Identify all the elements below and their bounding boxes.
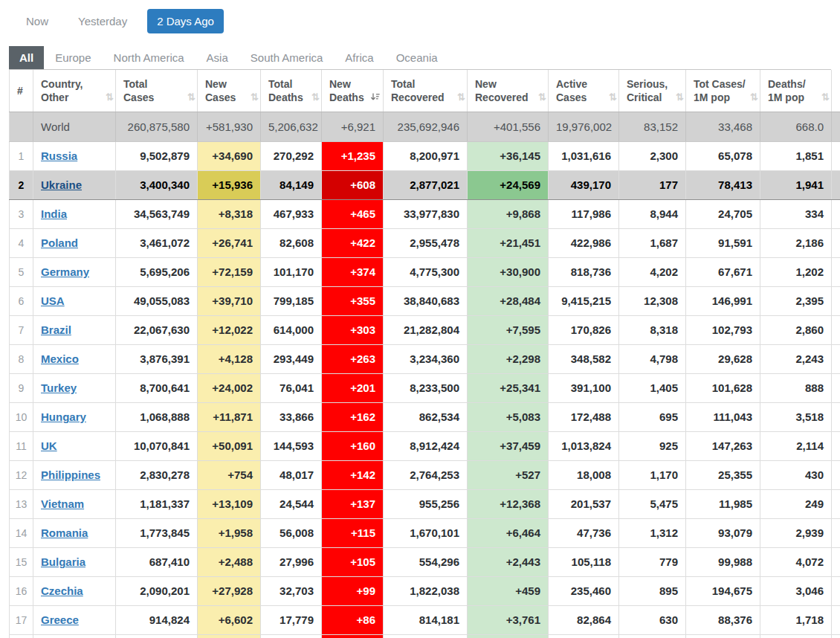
cell-total-recovered: 1,822,038 bbox=[384, 576, 468, 605]
column-header-total-deaths[interactable]: TotalDeaths⇅ bbox=[261, 70, 322, 112]
cell-new-deaths: +374 bbox=[322, 257, 384, 286]
column-header-deaths-1m[interactable]: Deaths/1M pop⇅ bbox=[760, 70, 832, 112]
cell-active-cases: 82,864 bbox=[549, 605, 619, 634]
cell-total-recovered: 38,840,683 bbox=[384, 286, 468, 315]
country-link-turkey[interactable]: Turkey bbox=[41, 381, 77, 394]
table-row-turkey: 9Turkey8,700,641+24,00276,041+2018,233,5… bbox=[10, 373, 840, 402]
country-link-usa[interactable]: USA bbox=[41, 294, 65, 307]
cell-new-deaths: +115 bbox=[322, 518, 384, 547]
cell-new-recovered: +21,451 bbox=[468, 228, 549, 257]
cell-serious-critical: 8,318 bbox=[619, 315, 686, 344]
column-header-new-recovered[interactable]: NewRecovered⇅ bbox=[468, 70, 549, 112]
cell-serious-critical: 1,312 bbox=[619, 518, 686, 547]
country-link-bulgaria[interactable]: Bulgaria bbox=[41, 555, 85, 568]
cell-total-deaths bbox=[261, 634, 322, 638]
country-link-germany[interactable]: Germany bbox=[41, 265, 89, 278]
cell-serious-critical: 12,308 bbox=[619, 286, 686, 315]
column-header-new-cases[interactable]: NewCases⇅ bbox=[198, 70, 261, 112]
country-link-mexico[interactable]: Mexico bbox=[41, 352, 79, 365]
country-link-vietnam[interactable]: Vietnam bbox=[41, 497, 84, 510]
cell-extra bbox=[832, 489, 840, 518]
country-link-romania[interactable]: Romania bbox=[41, 526, 88, 539]
country-link-philippines[interactable]: Philippines bbox=[41, 468, 100, 481]
cell-total-deaths: 48,017 bbox=[261, 460, 322, 489]
cell-total-cases: 1,068,888 bbox=[116, 402, 198, 431]
cell-new-recovered: +459 bbox=[468, 576, 549, 605]
column-header-new-deaths[interactable]: NewDeaths bbox=[322, 70, 384, 112]
cell-tot-cases-1m: 101,628 bbox=[686, 373, 760, 402]
continent-tab-asia[interactable]: Asia bbox=[196, 46, 239, 69]
cell-tot-cases-1m bbox=[686, 634, 760, 638]
cell-serious-critical: 925 bbox=[619, 431, 686, 460]
time-tab-yesterday[interactable]: Yesterday bbox=[68, 9, 137, 33]
cell-extra bbox=[832, 460, 840, 489]
cell-extra bbox=[832, 373, 840, 402]
cell-new-deaths: +105 bbox=[322, 547, 384, 576]
country-link-brazil[interactable]: Brazil bbox=[41, 323, 71, 336]
country-link-india[interactable]: India bbox=[41, 207, 67, 220]
time-tab-now[interactable]: Now bbox=[16, 9, 58, 33]
cell-total-deaths: 270,292 bbox=[261, 141, 322, 170]
cell-total-deaths: 144,593 bbox=[261, 431, 322, 460]
continent-tab-all[interactable]: All bbox=[9, 46, 44, 69]
cell-total-deaths: 27,996 bbox=[261, 547, 322, 576]
sort-toggle-icon: ⇅ bbox=[251, 91, 257, 103]
cell-tot-cases-1m: 99,988 bbox=[686, 547, 760, 576]
cell-deaths-1m: 1,718 bbox=[760, 605, 832, 634]
country-link-ukraine[interactable]: Ukraine bbox=[41, 178, 82, 191]
cell-serious-critical: 5,475 bbox=[619, 489, 686, 518]
column-header-country[interactable]: Country,Other⇅ bbox=[33, 70, 116, 112]
cell-rank: 4 bbox=[10, 228, 33, 257]
continent-tab-europe[interactable]: Europe bbox=[44, 46, 102, 69]
cell-total-recovered: 21,282,804 bbox=[384, 315, 468, 344]
country-link-hungary[interactable]: Hungary bbox=[41, 410, 86, 423]
cell-total-deaths: 56,008 bbox=[261, 518, 322, 547]
table-row-romania: 14Romania1,773,845+1,95856,008+1151,670,… bbox=[10, 518, 840, 547]
cell-total-cases bbox=[116, 634, 198, 638]
cell-total-deaths: 467,933 bbox=[261, 199, 322, 228]
country-link-russia[interactable]: Russia bbox=[41, 149, 77, 162]
cell-new-cases: +754 bbox=[198, 460, 261, 489]
time-tabs: NowYesterday2 Days Ago bbox=[0, 0, 840, 39]
cell-total-deaths: 33,866 bbox=[261, 402, 322, 431]
country-link-czechia[interactable]: Czechia bbox=[41, 584, 83, 597]
cell-deaths-1m: 2,243 bbox=[760, 344, 832, 373]
column-header-extra bbox=[832, 70, 840, 112]
table-body: World260,875,580+581,9305,206,632+6,9212… bbox=[10, 112, 840, 638]
country-link-poland[interactable]: Poland bbox=[41, 236, 78, 249]
cell-rank: 2 bbox=[10, 170, 33, 199]
column-label: # bbox=[17, 84, 19, 97]
time-tab-2-days-ago[interactable]: 2 Days Ago bbox=[147, 9, 224, 33]
continent-tabs: AllEuropeNorth AmericaAsiaSouth AmericaA… bbox=[9, 46, 831, 70]
column-header-serious-critical[interactable]: Serious,Critical⇅ bbox=[619, 70, 686, 112]
column-header-total-recovered[interactable]: TotalRecovered⇅ bbox=[384, 70, 468, 112]
column-header-total-cases[interactable]: TotalCases⇅ bbox=[116, 70, 198, 112]
cell-total-cases: 3,876,391 bbox=[116, 344, 198, 373]
country-link-greece[interactable]: Greece bbox=[41, 613, 79, 626]
cell-new-recovered: +5,083 bbox=[468, 402, 549, 431]
continent-tab-africa[interactable]: Africa bbox=[334, 46, 384, 69]
sort-toggle-icon: ⇅ bbox=[311, 91, 318, 103]
cell-rank: 12 bbox=[10, 460, 33, 489]
cell-extra bbox=[832, 634, 840, 638]
continent-tab-south-america[interactable]: South America bbox=[239, 46, 335, 69]
country-link-uk[interactable]: UK bbox=[41, 439, 57, 452]
cell-total-cases: 5,695,206 bbox=[116, 257, 198, 286]
cell-extra bbox=[832, 199, 840, 228]
cell-rank: 13 bbox=[10, 489, 33, 518]
table-row-mexico: 8Mexico3,876,391+4,128293,449+2633,234,3… bbox=[10, 344, 840, 373]
cell-tot-cases-1m: 24,705 bbox=[686, 199, 760, 228]
cell-country: Poland bbox=[33, 228, 116, 257]
cell-total-cases: 1,181,337 bbox=[116, 489, 198, 518]
column-label: TotalCases bbox=[123, 77, 184, 104]
continent-tab-oceania[interactable]: Oceania bbox=[385, 46, 449, 69]
cell-extra bbox=[832, 315, 840, 344]
column-header-tot-cases-1m[interactable]: Tot Cases/1M pop⇅ bbox=[686, 70, 760, 112]
cell-new-recovered: +36,145 bbox=[468, 141, 549, 170]
cell-extra bbox=[832, 286, 840, 315]
continent-tab-north-america[interactable]: North America bbox=[103, 46, 196, 69]
cell-new-cases: +24,002 bbox=[198, 373, 261, 402]
table-row-india: 3India34,563,749+8,318467,933+46533,977,… bbox=[10, 199, 840, 228]
cell-total-deaths: 82,608 bbox=[261, 228, 322, 257]
column-header-active-cases[interactable]: ActiveCases⇅ bbox=[549, 70, 619, 112]
